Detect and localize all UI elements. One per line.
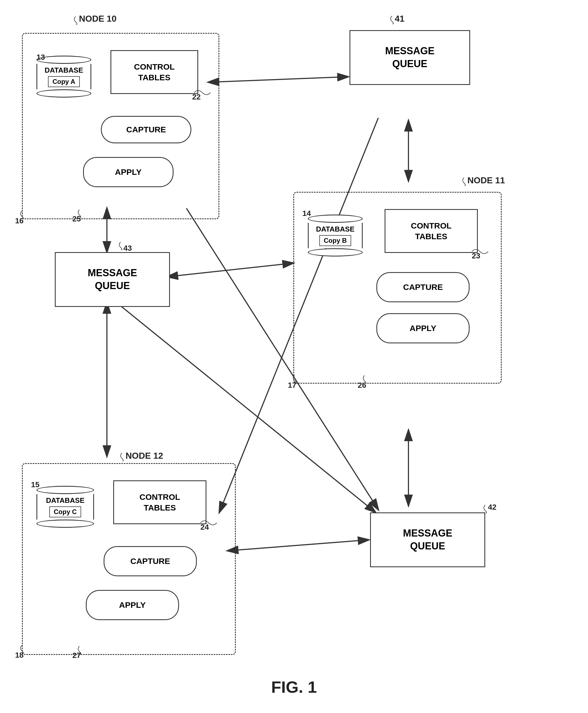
- node12-db: DATABASE Copy C: [37, 486, 94, 528]
- node12-db-top: [37, 486, 94, 494]
- node10-ref25: 25: [72, 215, 81, 223]
- node11-label: NODE 11: [467, 175, 505, 186]
- node10-db: DATABASE Copy A: [37, 56, 91, 98]
- node12-db-bottom: [37, 520, 94, 528]
- node12-label: NODE 12: [126, 451, 163, 461]
- node11-apply: APPLY: [376, 313, 469, 343]
- q43-ref-line: [115, 242, 126, 250]
- message-queue-42: MESSAGEQUEUE: [370, 513, 485, 567]
- node10-db-bottom: [37, 89, 91, 98]
- node11-db-top: [308, 215, 363, 223]
- node12-db-body: DATABASE Copy C: [37, 494, 94, 520]
- node11-control-tables: CONTROLTABLES: [384, 209, 478, 253]
- node11-capture: CAPTURE: [376, 272, 469, 302]
- node12-ref27: 27: [72, 651, 81, 660]
- node12-copy-box: Copy C: [49, 506, 81, 517]
- node10-copy-box: Copy A: [48, 76, 80, 87]
- node10-box: DATABASE Copy A 13 CONTROLTABLES 22 CAPT…: [22, 33, 219, 219]
- node11-ref23: 23: [472, 252, 480, 260]
- node10-ref16: 16: [15, 216, 24, 225]
- diagram-container: NODE 10 DATABASE Copy A 13 CONTROLTABLES: [0, 0, 588, 713]
- node10-capture: CAPTURE: [101, 116, 191, 143]
- node10-apply: APPLY: [83, 157, 173, 187]
- node10-db-body: DATABASE Copy A: [37, 64, 91, 89]
- q42-ref-line: [480, 505, 491, 513]
- svg-line-10: [228, 540, 369, 551]
- node12-box: 15 DATABASE Copy C CONTROLTABLES 24 CAP: [22, 463, 236, 655]
- svg-line-4: [167, 263, 293, 277]
- node10-ref13: 13: [37, 53, 45, 62]
- node11-ref17: 17: [288, 381, 296, 390]
- node11-copy-box: Copy B: [319, 235, 351, 246]
- message-queue-41: MESSAGEQUEUE: [350, 30, 470, 85]
- q41-ref-line: [386, 16, 398, 24]
- message-queue-43: MESSAGEQUEUE: [55, 252, 170, 307]
- node10-control-tables: CONTROLTABLES: [110, 50, 198, 94]
- node10-ref22: 22: [192, 93, 201, 101]
- node11-db-bottom: [308, 248, 363, 257]
- node11-db-body: DATABASE Copy B: [308, 223, 363, 248]
- node12-capture: CAPTURE: [104, 546, 197, 576]
- node11-db: DATABASE Copy B: [308, 215, 363, 257]
- node11-box: 14 DATABASE Copy B CONTROLTABLES 23 CAP: [293, 192, 502, 384]
- node11-ref26: 26: [358, 381, 366, 390]
- node10-ref-line: [70, 17, 81, 25]
- node10-label: NODE 10: [79, 14, 117, 24]
- node12-ref-line: [117, 453, 127, 461]
- node12-apply: APPLY: [86, 590, 179, 620]
- svg-line-2: [208, 77, 348, 82]
- node12-ref24: 24: [201, 523, 209, 532]
- fig-label: FIG. 1: [271, 678, 317, 696]
- node11-ref-line: [459, 177, 469, 186]
- node12-control-tables: CONTROLTABLES: [113, 480, 206, 524]
- node12-ref18: 18: [15, 651, 24, 660]
